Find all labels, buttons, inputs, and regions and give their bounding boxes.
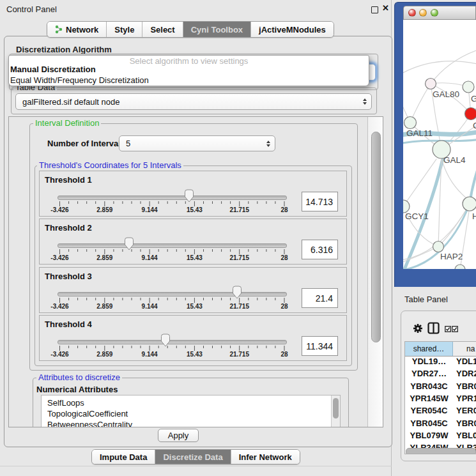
threshold-value-field[interactable]: 21.4 — [302, 288, 338, 308]
network-node-gal80[interactable] — [426, 79, 436, 89]
cell-shared-name: YBR043C — [405, 381, 453, 394]
algorithm-dropdown-popup: Select algorithm to view settings Manual… — [8, 55, 369, 86]
table-row[interactable]: YDL19…YDL1 — [405, 357, 476, 369]
panel-scrollbar-thumb[interactable] — [371, 132, 381, 342]
attributes-scrollbar-thumb[interactable] — [333, 398, 339, 418]
attribute-items: SelfLoopsTopologicalCoefficientBetweenne… — [42, 395, 340, 427]
network-node-hap2[interactable] — [433, 242, 444, 252]
checkbox-checked-icon[interactable] — [445, 326, 451, 332]
network-node-ga[interactable] — [463, 81, 474, 93]
minimize-light[interactable] — [419, 9, 427, 17]
table-row[interactable]: YBR045CYBR0 — [405, 418, 476, 431]
bottom-tab-strip: Impute DataDiscretize DataInfer Network — [91, 449, 300, 464]
table-row[interactable]: YER054CYER0 — [405, 406, 476, 418]
gear-icon[interactable] — [413, 323, 423, 334]
cell-shared-name: YDR27… — [405, 369, 453, 381]
tab-label: Discretize Data — [163, 452, 222, 462]
network-node-h[interactable] — [463, 197, 476, 211]
cell-shared-name: YDL19… — [405, 357, 453, 369]
network-node-gcy1[interactable] — [403, 200, 410, 213]
tab-network[interactable]: Network — [47, 22, 106, 37]
threshold-value-field[interactable]: 6.316 — [302, 240, 338, 259]
tab-select[interactable]: Select — [142, 22, 182, 37]
cell-shared-name: YPR145W — [405, 394, 453, 406]
tab-impute-data[interactable]: Impute Data — [92, 450, 155, 464]
tab-cyni-toolbox[interactable]: Cyni Toolbox — [183, 22, 250, 37]
table-row[interactable]: YPR145WYPR1 — [405, 394, 476, 406]
control-panel-title: Control Panel — [6, 4, 57, 14]
slider-thumb[interactable] — [232, 286, 242, 299]
node-table: shared…na YDL19…YDL1YDR27…YDR2YBR043CYBR… — [404, 341, 476, 454]
network-canvas[interactable]: GAL80GACGAL11GAL4GCY1HHAP2 — [403, 20, 476, 269]
cell-name: YPR1 — [453, 394, 476, 406]
split-column-icon[interactable] — [427, 322, 440, 334]
threshold-group-title: Threshold's Coordinates for 5 Intervals — [37, 161, 183, 170]
attributes-scrollbar[interactable] — [331, 395, 340, 427]
tab-infer-network[interactable]: Infer Network — [231, 450, 300, 464]
table-row[interactable]: YBL079WYBL0 — [405, 431, 476, 443]
slider-thumb[interactable] — [184, 189, 194, 203]
float-window-icon[interactable] — [371, 6, 378, 13]
node-label: GCY1 — [405, 211, 429, 221]
node-label: C — [473, 121, 476, 130]
slider-track[interactable] — [58, 243, 287, 248]
attribute-item-selfloops[interactable]: SelfLoops — [42, 397, 340, 408]
slider-thumb[interactable] — [160, 334, 171, 347]
close-light[interactable] — [408, 9, 416, 17]
attribute-item-betweennesscentrality[interactable]: BetweennessCentrality — [42, 419, 340, 427]
number-of-intervals-spinner[interactable]: 5 — [119, 135, 275, 151]
table-row[interactable]: YBR043CYBR0 — [405, 381, 476, 394]
combo-arrows-icon — [363, 98, 367, 105]
threshold-panel-4: Threshold 4-3.4262.8599.14415.4321.71528… — [39, 315, 347, 361]
network-edge — [410, 84, 431, 123]
tab-discretize-data[interactable]: Discretize Data — [155, 450, 230, 464]
algorithm-group-title: Discretization Algorithm — [14, 45, 114, 54]
column-header-na[interactable]: na — [453, 342, 476, 356]
close-icon[interactable]: ✕ — [382, 3, 389, 13]
network-node-gal11[interactable] — [404, 117, 417, 129]
panel-scrollbar[interactable] — [367, 117, 383, 427]
slider-track[interactable] — [58, 196, 287, 200]
network-edge — [431, 49, 476, 84]
slider-track[interactable] — [58, 292, 287, 296]
network-node-c[interactable] — [465, 108, 476, 120]
cell-shared-name: YBR045C — [405, 418, 453, 431]
attributes-group-title: Attributes to discretize — [36, 373, 122, 382]
apply-button[interactable]: Apply — [158, 429, 199, 442]
table-header: shared…na — [405, 342, 476, 357]
tab-label: jActiveMNodules — [259, 25, 326, 35]
threshold-value-field[interactable]: 14.713 — [302, 192, 338, 211]
threshold-panel-1: Threshold 1-3.4262.8599.14415.4321.71528… — [39, 171, 347, 217]
threshold-value-field[interactable]: 11.344 — [302, 336, 338, 356]
bottom-divider — [0, 466, 392, 466]
network-graph: GAL80GACGAL11GAL4GCY1HHAP2 — [403, 20, 476, 269]
algorithm-option-equal-width-frequency-discretization[interactable]: Equal Width/Frequency Discretization — [10, 75, 149, 85]
table-data-combobox[interactable]: galFiltered.sif default node — [15, 93, 372, 110]
tab-jactivemnodules[interactable]: jActiveMNodules — [250, 22, 334, 37]
tab-style[interactable]: Style — [106, 22, 142, 37]
column-header-shared[interactable]: shared… — [405, 342, 453, 356]
numerical-attributes-label: Numerical Attributes — [36, 385, 118, 394]
table-hscrollbar-thumb[interactable] — [406, 448, 476, 454]
tab-label: Select — [150, 25, 174, 35]
cell-shared-name: YBL079W — [405, 431, 453, 443]
tab-label: Cyni Toolbox — [191, 25, 243, 35]
network-window-titlebar[interactable] — [403, 6, 476, 20]
network-icon — [55, 25, 63, 34]
tab-label: Style — [114, 25, 134, 35]
numerical-attributes-list[interactable]: SelfLoopsTopologicalCoefficientBetweenne… — [41, 395, 341, 427]
slider-track[interactable] — [58, 340, 287, 344]
cell-name: YBR0 — [453, 418, 476, 431]
slider-thumb[interactable] — [124, 237, 134, 250]
network-node[interactable] — [455, 265, 465, 269]
zoom-light[interactable] — [431, 9, 438, 17]
algorithm-option-manual-discretization[interactable]: Manual Discretization — [10, 65, 96, 74]
table-row[interactable]: YDR27…YDR2 — [405, 369, 476, 381]
tab-label: Impute Data — [100, 452, 147, 462]
network-edge — [403, 61, 476, 75]
number-of-intervals-value: 5 — [126, 139, 130, 148]
tab-label: Network — [66, 25, 98, 35]
slider-ticks — [40, 298, 346, 304]
attribute-item-topologicalcoefficient[interactable]: TopologicalCoefficient — [42, 408, 340, 419]
checkbox-checked-icon[interactable] — [452, 326, 458, 332]
